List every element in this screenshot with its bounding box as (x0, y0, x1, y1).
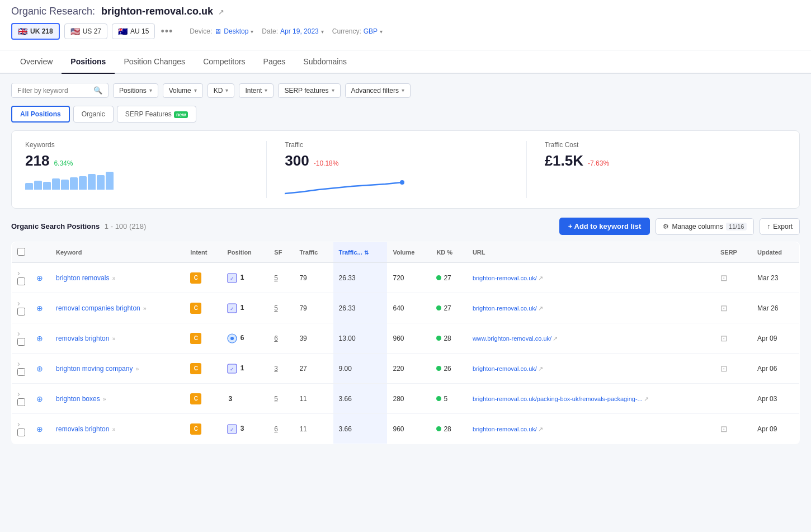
nav-tab-position-changes[interactable]: Position Changes (115, 50, 194, 74)
nav-tab-positions[interactable]: Positions (62, 50, 115, 74)
add-keyword-icon[interactable]: ⊕ (36, 394, 43, 403)
url-link[interactable]: brighton-removal.co.uk/ (473, 365, 537, 372)
serp-screenshot-icon[interactable]: ⊡ (720, 273, 728, 283)
sf-value: 6 (274, 335, 278, 342)
sf-value: 3 (274, 365, 278, 373)
filter-pill-advanced-filters[interactable]: Advanced filters ▾ (345, 83, 411, 98)
keyword-link[interactable]: brighton boxes (56, 395, 100, 403)
add-keyword-icon[interactable]: ⊕ (36, 334, 43, 343)
filter-pill-kd[interactable]: KD ▾ (208, 83, 235, 98)
row-checkbox[interactable] (17, 277, 25, 285)
volume-cell: 640 (387, 293, 431, 323)
date-filter[interactable]: Date: Apr 19, 2023 ▾ (262, 27, 323, 35)
nav-tab-overview[interactable]: Overview (11, 50, 62, 74)
add-keyword-icon[interactable]: ⊕ (36, 425, 43, 434)
pos-tab-all-positions[interactable]: All Positions (11, 106, 70, 123)
expand-button[interactable]: › (17, 269, 20, 277)
row-checkbox[interactable] (17, 398, 25, 406)
add-to-keyword-list-button[interactable]: + Add to keyword list (559, 218, 650, 235)
traffic-metric: Traffic 300 -10.18% (285, 141, 526, 198)
add-keyword-icon[interactable]: ⊕ (36, 364, 43, 373)
sf-value: 5 (274, 274, 278, 282)
row-checkbox[interactable] (17, 368, 25, 376)
url-link[interactable]: www.brighton-removal.co.uk/ (473, 335, 551, 342)
url-link[interactable]: brighton-removal.co.uk/ (473, 275, 537, 281)
currency-filter[interactable]: Currency: GBP ▾ (332, 27, 383, 35)
region-btn-uk[interactable]: 🇬🇧UK 218 (11, 23, 60, 40)
external-icon[interactable]: ↗ (644, 396, 649, 402)
search-input[interactable] (17, 87, 90, 95)
table-header: Keyword Intent Position SF Traffic Traff… (12, 242, 800, 263)
keyword-link[interactable]: removals brighton (56, 335, 109, 342)
serp-cell: ⊡ (715, 263, 752, 293)
keyword-link[interactable]: removals brighton (56, 425, 109, 433)
keyword-link[interactable]: brighton moving company (56, 365, 133, 373)
expand-button[interactable]: › (17, 420, 20, 429)
add-keyword-icon[interactable]: ⊕ (36, 304, 43, 313)
intent-badge: C (190, 303, 201, 314)
bar (43, 182, 51, 190)
position-cell: ✓ 1 (221, 293, 268, 323)
row-checkbox[interactable] (17, 308, 25, 316)
expand-button[interactable]: › (17, 389, 20, 398)
bar (61, 180, 69, 190)
nav-tab-subdomains[interactable]: Subdomains (294, 50, 356, 74)
serp-screenshot-icon[interactable]: ⊡ (720, 424, 728, 434)
updated-cell: Apr 09 (752, 323, 799, 354)
keyword-search-container[interactable]: 🔍 (11, 83, 109, 98)
external-icon[interactable]: ↗ (538, 275, 543, 281)
serp-screenshot-icon[interactable]: ⊡ (720, 303, 728, 313)
row-checkbox[interactable] (17, 429, 25, 436)
traffic-pct-cell: 13.00 (333, 323, 388, 354)
manage-columns-button[interactable]: ⚙ Manage columns 11/16 (656, 218, 754, 235)
url-link[interactable]: brighton-removal.co.uk/ (473, 426, 537, 432)
expand-button[interactable]: › (17, 329, 20, 338)
bar (106, 172, 114, 190)
traffic-pct-cell: 3.66 (333, 414, 388, 444)
device-filter[interactable]: Device: 🖥 Desktop ▾ (190, 27, 253, 36)
filter-pill-serp-features[interactable]: SERP features ▾ (278, 83, 340, 98)
keyword-arrows-icon: » (103, 396, 106, 402)
filter-pill-positions[interactable]: Positions ▾ (113, 83, 158, 98)
sf-cell: 5 (268, 384, 294, 414)
nav-tab-pages[interactable]: Pages (254, 50, 295, 74)
table-title: Organic Search Positions 1 - 100 (218) (11, 222, 146, 230)
external-icon[interactable]: ↗ (538, 305, 543, 312)
filter-pill-volume[interactable]: Volume ▾ (163, 83, 203, 98)
sf-cell: 5 (268, 293, 294, 323)
keyword-arrows-icon: » (112, 426, 116, 432)
updated-cell: Apr 06 (752, 354, 799, 384)
serp-screenshot-icon[interactable]: ⊡ (720, 333, 728, 343)
region-btn-au[interactable]: 🇦🇺AU 15 (112, 23, 155, 39)
external-icon[interactable]: ↗ (538, 365, 543, 372)
sf-value: 5 (274, 395, 278, 403)
intent-badge: C (190, 393, 201, 404)
pos-tab-organic[interactable]: Organic (73, 106, 114, 123)
nav-tab-competitors[interactable]: Competitors (194, 50, 254, 74)
sf-cell: 6 (268, 414, 294, 444)
more-regions-button[interactable]: ••• (161, 26, 173, 37)
external-icon[interactable]: ↗ (553, 335, 558, 342)
expand-button[interactable]: › (17, 359, 20, 368)
add-keyword-icon[interactable]: ⊕ (36, 274, 43, 283)
position-cell: ✓ 1 (221, 263, 268, 293)
expand-button[interactable]: › (17, 299, 20, 308)
select-all-checkbox[interactable] (17, 248, 25, 256)
external-link-icon[interactable]: ↗ (218, 8, 224, 16)
row-checkbox[interactable] (17, 338, 25, 346)
filter-pill-intent[interactable]: Intent ▾ (239, 83, 274, 98)
keyword-link[interactable]: removal companies brighton (56, 304, 140, 312)
external-icon[interactable]: ↗ (538, 426, 543, 432)
keyword-link[interactable]: brighton removals (56, 274, 109, 282)
url-link[interactable]: brighton-removal.co.uk/packing-box-uk/re… (473, 396, 643, 402)
region-btn-us[interactable]: 🇺🇸US 27 (64, 23, 107, 39)
pos-tab-serp-features[interactable]: SERP Featuresnew (117, 106, 197, 123)
url-cell: brighton-removal.co.uk/↗ (467, 293, 715, 323)
traffic-share-col-header[interactable]: Traffic... ⇅ (333, 242, 388, 263)
keyword-cell: brighton boxes » (50, 384, 185, 414)
export-button[interactable]: ↑ Export (760, 218, 800, 235)
serp-cell (715, 384, 752, 414)
url-link[interactable]: brighton-removal.co.uk/ (473, 305, 537, 312)
keyword-cell: removals brighton » (50, 323, 185, 354)
serp-screenshot-icon[interactable]: ⊡ (720, 364, 728, 373)
